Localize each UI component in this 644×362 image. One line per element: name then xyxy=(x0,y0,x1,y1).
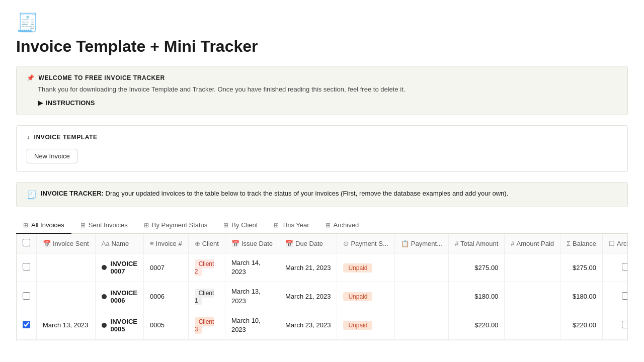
row3-total-amount: $220.00 xyxy=(448,311,504,339)
invoice-template-section: ↓ INVOICE TEMPLATE New Invoice xyxy=(16,125,628,172)
welcome-banner: 📌 WELCOME TO FREE INVOICE TRACKER Thank … xyxy=(16,66,628,115)
col-payment-method-icon: 📋 xyxy=(401,240,409,247)
row2-total-amount: $180.00 xyxy=(448,282,504,311)
select-all-checkbox[interactable] xyxy=(23,239,30,246)
row2-balance: $180.00 xyxy=(560,282,603,311)
tab-by-client[interactable]: ⊞ By Client xyxy=(216,217,265,234)
download-icon: ↓ xyxy=(27,134,30,141)
row1-checkbox-cell[interactable] xyxy=(17,253,37,282)
row2-invoice-num: 0006 xyxy=(144,282,189,311)
tab-payment-label: By Payment Status xyxy=(152,221,208,229)
col-total-amount: #Total Amount xyxy=(448,234,504,253)
tab-sent-invoices[interactable]: ⊞ Sent Invoices xyxy=(73,217,135,234)
row1-archived-cell[interactable] xyxy=(603,253,628,282)
welcome-body: Thank you for downloading the Invoice Te… xyxy=(27,85,617,93)
row1-archived-checkbox[interactable] xyxy=(622,263,628,270)
row2-client-tag: Client 1 xyxy=(195,289,214,305)
col-invoice-num-icon: ≡ xyxy=(150,240,154,247)
col-name: AaName xyxy=(95,234,143,253)
row1-invoice-sent xyxy=(37,253,96,282)
row2-archived-checkbox[interactable] xyxy=(622,292,628,300)
tracker-banner: 🧾 INVOICE TRACKER: Drag your updated inv… xyxy=(16,182,628,207)
row1-invoice-num: 0007 xyxy=(144,253,189,282)
instructions-arrow-icon: ▶ xyxy=(38,99,43,107)
row1-checkbox[interactable] xyxy=(23,263,30,270)
invoice-template-header: ↓ INVOICE TEMPLATE xyxy=(27,134,617,141)
row3-issue-date: March 10,2023 xyxy=(225,311,279,339)
tab-archived[interactable]: ⊞ Archived xyxy=(318,217,366,234)
col-client: ⊕Client xyxy=(188,234,225,253)
row3-status-dot xyxy=(102,323,107,328)
tracker-description: Drag your updated invoices to the table … xyxy=(106,190,509,197)
row2-due-date: March 21, 2023 xyxy=(279,282,337,311)
row1-client: Client 2 xyxy=(188,253,225,282)
col-total-amount-icon: # xyxy=(455,240,458,247)
row3-archived-cell[interactable] xyxy=(603,311,628,339)
col-payment-status: ⊙Payment S... xyxy=(337,234,394,253)
row2-invoice-sent xyxy=(37,282,96,311)
row3-payment-method xyxy=(394,311,448,339)
row3-checkbox[interactable] xyxy=(23,321,30,328)
row2-checkbox[interactable] xyxy=(23,292,30,300)
row2-payment-tag: Unpaid xyxy=(343,292,372,301)
col-invoice-sent-icon: 📅 xyxy=(43,240,51,247)
col-issue-date-icon: 📅 xyxy=(231,240,239,247)
invoices-table: 📅Invoice Sent AaName ≡Invoice # ⊕Client … xyxy=(17,234,628,340)
row3-payment-tag: Unpaid xyxy=(343,321,372,330)
tracker-icon: 🧾 xyxy=(27,190,37,200)
row1-amount-paid xyxy=(505,253,560,282)
row3-checkbox-cell[interactable] xyxy=(17,311,37,339)
col-name-icon: Aa xyxy=(102,240,110,247)
row2-client: Client 1 xyxy=(188,282,225,311)
row2-name[interactable]: INVOICE 0006 xyxy=(95,282,143,311)
row3-amount-paid xyxy=(505,311,560,339)
row3-invoice-sent: March 13, 2023 xyxy=(37,311,96,339)
col-archived-icon: ☐ xyxy=(609,240,615,247)
invoices-table-wrapper: 📅Invoice Sent AaName ≡Invoice # ⊕Client … xyxy=(16,234,628,340)
tracker-label: INVOICE TRACKER: xyxy=(41,190,104,197)
tab-this-year[interactable]: ⊞ This Year xyxy=(267,217,316,234)
table-row: March 13, 2023 INVOICE 0005 0005 Client … xyxy=(17,311,628,339)
row1-name-text: INVOICE 0007 xyxy=(111,260,137,275)
row1-total-amount: $275.00 xyxy=(448,253,504,282)
page-title: Invoice Template + Mini Tracker xyxy=(16,37,628,56)
table-row: INVOICE 0007 0007 Client 2 March 14,2023… xyxy=(17,253,628,282)
row2-payment-method xyxy=(394,282,448,311)
welcome-banner-header: 📌 WELCOME TO FREE INVOICE TRACKER xyxy=(27,74,617,81)
row2-amount-paid xyxy=(505,282,560,311)
tab-by-payment-status[interactable]: ⊞ By Payment Status xyxy=(137,217,215,234)
new-invoice-button[interactable]: New Invoice xyxy=(27,149,77,163)
col-issue-date: 📅Issue Date xyxy=(225,234,279,253)
table-header-row: 📅Invoice Sent AaName ≡Invoice # ⊕Client … xyxy=(17,234,628,253)
row3-archived-checkbox[interactable] xyxy=(622,321,628,328)
col-invoice-sent: 📅Invoice Sent xyxy=(37,234,96,253)
table-row: INVOICE 0006 0006 Client 1 March 13,2023… xyxy=(17,282,628,311)
row3-name[interactable]: INVOICE 0005 xyxy=(95,311,143,339)
tab-year-label: This Year xyxy=(282,221,309,229)
row1-payment-method xyxy=(394,253,448,282)
row1-due-date: March 21, 2023 xyxy=(279,253,337,282)
tab-payment-icon: ⊞ xyxy=(144,222,149,229)
row3-client-tag: Client 3 xyxy=(195,317,214,334)
col-client-icon: ⊕ xyxy=(195,240,200,247)
row1-name[interactable]: INVOICE 0007 xyxy=(95,253,143,282)
tab-all-invoices[interactable]: ⊞ All Invoices xyxy=(16,217,71,234)
col-invoice-num: ≡Invoice # xyxy=(144,234,189,253)
col-due-date-icon: 📅 xyxy=(285,240,293,247)
row2-status-dot xyxy=(102,294,107,299)
row2-issue-date: March 13,2023 xyxy=(225,282,279,311)
instructions-label: INSTRUCTIONS xyxy=(46,99,95,107)
col-payment-status-icon: ⊙ xyxy=(343,240,349,247)
col-select-all[interactable] xyxy=(17,234,37,253)
col-payment-method: 📋Payment... xyxy=(394,234,448,253)
row2-checkbox-cell[interactable] xyxy=(17,282,37,311)
welcome-heading: WELCOME TO FREE INVOICE TRACKER xyxy=(39,74,165,81)
row3-name-text: INVOICE 0005 xyxy=(111,318,137,333)
tracker-text: INVOICE TRACKER: Drag your updated invoi… xyxy=(41,190,508,197)
tabs-bar: ⊞ All Invoices ⊞ Sent Invoices ⊞ By Paym… xyxy=(16,217,628,234)
tab-client-label: By Client xyxy=(231,221,258,229)
page: 🧾 Invoice Template + Mini Tracker 📌 WELC… xyxy=(0,0,644,362)
instructions-toggle[interactable]: ▶ INSTRUCTIONS xyxy=(27,99,617,107)
row2-archived-cell[interactable] xyxy=(603,282,628,311)
tab-sent-label: Sent Invoices xyxy=(89,221,128,229)
